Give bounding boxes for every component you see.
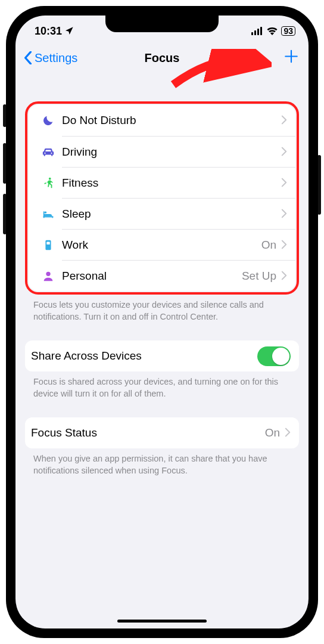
location-icon xyxy=(64,26,74,36)
focus-mode-label: Work xyxy=(62,239,261,252)
focus-mode-detail: On xyxy=(261,239,276,252)
share-toggle[interactable] xyxy=(257,346,291,366)
svg-point-6 xyxy=(49,177,51,179)
cellular-icon xyxy=(251,27,263,35)
focus-mode-label: Driving xyxy=(62,145,281,159)
focus-modes-highlight: Do Not DisturbDrivingFitnessSleepWorkOnP… xyxy=(25,101,299,295)
chevron-left-icon xyxy=(24,51,32,64)
focus-mode-label: Personal xyxy=(62,270,242,283)
badge-icon xyxy=(35,239,62,252)
svg-point-12 xyxy=(46,271,50,275)
focus-status-group: Focus Status On xyxy=(25,417,299,448)
focus-mode-label: Do Not Disturb xyxy=(62,114,281,127)
focus-mode-row[interactable]: Sleep xyxy=(62,198,295,229)
runner-icon xyxy=(35,177,62,190)
person-icon xyxy=(35,270,62,283)
add-button[interactable] xyxy=(284,49,299,67)
battery-percentage: 93 xyxy=(281,26,295,36)
moon-icon xyxy=(35,114,62,127)
focus-mode-row[interactable]: Do Not Disturb xyxy=(29,105,295,136)
page-title: Focus xyxy=(145,51,180,65)
phone-frame: 10:31 93 Settings xyxy=(6,6,318,638)
wifi-icon xyxy=(266,27,278,35)
chevron-right-icon xyxy=(281,177,287,190)
status-time: 10:31 xyxy=(35,25,62,38)
chevron-right-icon xyxy=(285,426,291,439)
share-footer: Focus is shared across your devices, and… xyxy=(25,371,299,400)
focus-modes-group: Do Not DisturbDrivingFitnessSleepWorkOnP… xyxy=(29,105,295,291)
focus-status-footer: When you give an app permission, it can … xyxy=(25,448,299,476)
focus-mode-label: Sleep xyxy=(62,208,281,221)
focus-mode-row[interactable]: PersonalSet Up xyxy=(62,260,295,291)
bed-icon xyxy=(35,208,62,221)
focus-status-label: Focus Status xyxy=(31,426,265,439)
car-icon xyxy=(35,145,62,159)
share-row[interactable]: Share Across Devices xyxy=(25,340,299,371)
back-label: Settings xyxy=(35,51,77,65)
svg-rect-9 xyxy=(43,216,45,218)
focus-modes-footer: Focus lets you customize your devices an… xyxy=(25,295,299,323)
chevron-right-icon xyxy=(281,208,287,221)
focus-mode-row[interactable]: WorkOn xyxy=(62,229,295,260)
chevron-right-icon xyxy=(281,114,287,127)
nav-bar: Settings Focus xyxy=(15,43,309,73)
screen: 10:31 93 Settings xyxy=(15,16,309,628)
focus-mode-row[interactable]: Driving xyxy=(62,136,295,167)
svg-rect-10 xyxy=(45,240,51,250)
focus-mode-label: Fitness xyxy=(62,177,281,190)
focus-status-detail: On xyxy=(265,426,280,439)
svg-rect-2 xyxy=(257,29,259,35)
chevron-right-icon xyxy=(281,270,287,283)
svg-rect-0 xyxy=(251,32,253,35)
focus-mode-row[interactable]: Fitness xyxy=(62,167,295,198)
plus-icon xyxy=(284,49,299,64)
chevron-right-icon xyxy=(281,145,287,159)
home-indicator[interactable] xyxy=(117,620,207,623)
focus-status-row[interactable]: Focus Status On xyxy=(25,417,299,448)
share-group: Share Across Devices xyxy=(25,340,299,371)
back-button[interactable]: Settings xyxy=(24,51,77,65)
svg-rect-3 xyxy=(260,27,262,35)
svg-rect-8 xyxy=(52,216,53,218)
notch xyxy=(105,16,219,32)
share-label: Share Across Devices xyxy=(31,349,257,363)
focus-mode-detail: Set Up xyxy=(242,270,276,283)
svg-rect-7 xyxy=(43,216,54,217)
chevron-right-icon xyxy=(281,239,287,252)
svg-rect-11 xyxy=(46,242,50,244)
svg-rect-1 xyxy=(254,30,256,35)
